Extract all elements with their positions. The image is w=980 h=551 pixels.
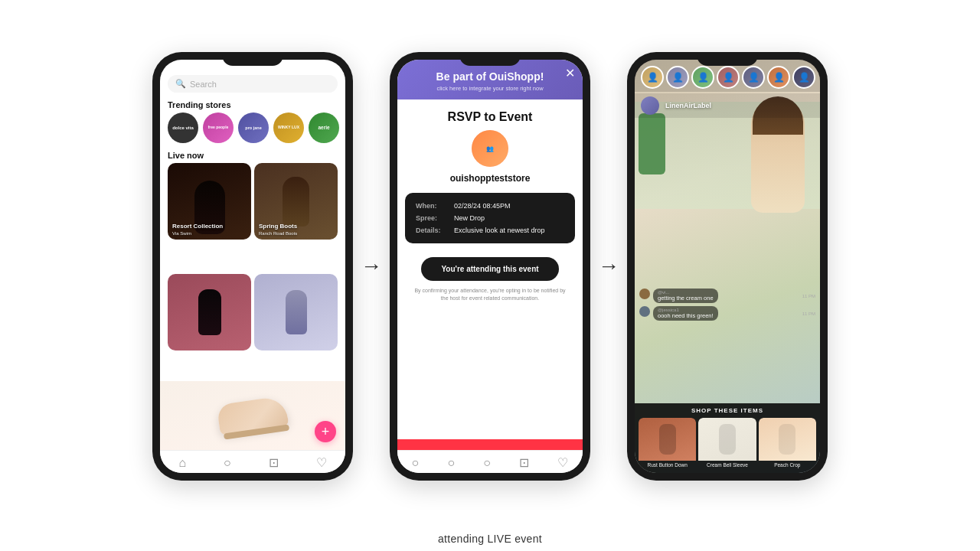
comment-bubble-2: @jessica1 oooh need this green!	[653, 306, 718, 321]
comment-area: @vi... getting the cream one 11 PM @jess…	[635, 289, 820, 324]
live-card-dress[interactable]	[168, 274, 251, 350]
store-label-aerie: aerie	[318, 125, 329, 130]
nav-cart-icon-2[interactable]: ⊡	[519, 455, 529, 470]
comment-2: @jessica1 oooh need this green! 11 PM	[639, 306, 815, 321]
comment-1-time: 11 PM	[802, 294, 815, 298]
comment-1: @vi... getting the cream one 11 PM	[639, 289, 815, 303]
when-label: When:	[416, 202, 448, 210]
scene: 🔍 Search Trending stores dolce vita free…	[0, 6, 980, 527]
search-bar[interactable]: 🔍 Search	[168, 75, 338, 93]
phone-notch-3	[697, 52, 758, 66]
phone-3: 👤 👤 👤 👤 👤 👤 👤 LinenAirLabel	[627, 52, 828, 481]
arrow-2: →	[598, 254, 619, 279]
attend-note: By confirming your attendance, you're op…	[405, 287, 575, 302]
store-free-people[interactable]: free people	[203, 112, 234, 143]
live-card-workout[interactable]	[254, 274, 338, 350]
store-avatar: 👥	[472, 130, 508, 167]
details-row: Details: Exclusive look at newest drop	[416, 227, 564, 234]
host-bar: LinenAirLabel	[635, 93, 820, 118]
spree-value: New Drop	[454, 214, 485, 222]
store-label-dolce: dolce vita	[172, 126, 194, 131]
bottom-nav-2: ○ ○ ○ ⊡ ♡	[397, 450, 583, 473]
spree-row: Spree: New Drop	[416, 214, 564, 222]
shop-item-3[interactable]: Peach Crop	[759, 418, 816, 469]
nav-cart-icon[interactable]: ⊡	[269, 455, 279, 470]
attend-button[interactable]: You're attending this event	[421, 257, 559, 281]
commenter-2-text: oooh need this green!	[658, 312, 714, 319]
phone-notch-1	[222, 52, 283, 66]
banner-title: Be part of OuiShopp!	[407, 70, 573, 83]
host-name: LinenAirLabel	[665, 102, 711, 109]
viewer-6: 👤	[767, 66, 790, 89]
nav-home-icon[interactable]: ⌂	[178, 456, 186, 470]
shop-item-2[interactable]: Cream Bell Sleeve	[698, 418, 756, 469]
shop-grid: Rust Button Down Cream Bell Sleeve Peach…	[635, 418, 820, 473]
scene-caption: attending LIVE event	[438, 533, 542, 545]
event-details: When: 02/28/24 08:45PM Spree: New Drop D…	[405, 193, 575, 243]
rsvp-area: RSVP to Event 👥 ouishoppteststore When: …	[397, 99, 583, 302]
shop-item-1-label: Rust Button Down	[639, 461, 696, 469]
card-label-boots: Spring Boots Ranch Road Boots	[259, 223, 297, 236]
nav-bell-icon-2[interactable]: ○	[483, 456, 491, 470]
nav-profile-icon[interactable]: ♡	[316, 455, 327, 470]
close-icon[interactable]: ✕	[565, 66, 575, 80]
store-winky[interactable]: WINKY LUX	[273, 112, 304, 143]
comment-bubble-1: @vi... getting the cream one	[653, 289, 718, 303]
phone-2: ✕ Be part of OuiShopp! click here to int…	[390, 52, 590, 481]
nav-search-icon[interactable]: ○	[224, 456, 231, 470]
rsvp-title: RSVP to Event	[448, 110, 533, 124]
commenter-1-text: getting the cream one	[658, 295, 714, 302]
phone-notch-2	[459, 52, 521, 66]
store-name: ouishoppteststore	[450, 173, 531, 184]
when-row: When: 02/28/24 08:45PM	[416, 202, 564, 210]
nav-search-icon-2[interactable]: ○	[447, 456, 455, 470]
live-card-resort[interactable]: Resort Collection Via Swim	[168, 163, 251, 240]
fab-button[interactable]: +	[315, 421, 336, 442]
search-placeholder: Search	[190, 80, 217, 89]
details-label: Details:	[416, 227, 448, 234]
phone-screen-2: ✕ Be part of OuiShopp! click here to int…	[397, 60, 583, 473]
sneaker	[217, 396, 289, 435]
trending-title: Trending stores	[160, 97, 345, 112]
viewer-4: 👤	[717, 66, 740, 89]
phone-screen-1: 🔍 Search Trending stores dolce vita free…	[160, 60, 345, 473]
live-card-boots[interactable]: Spring Boots Ranch Road Boots	[254, 163, 338, 240]
when-value: 02/28/24 08:45PM	[454, 202, 511, 210]
phone-1: 🔍 Search Trending stores dolce vita free…	[152, 52, 353, 481]
live-title: Live now	[160, 148, 345, 163]
shop-header: SHOP THESE ITEMS	[635, 403, 820, 418]
bottom-nav-1: ⌂ ○ ⊡ ♡	[160, 450, 345, 473]
details-value: Exclusive look at newest drop	[454, 227, 545, 234]
store-aerie[interactable]: aerie	[309, 112, 339, 143]
spree-label: Spree:	[416, 214, 448, 222]
viewer-5: 👤	[742, 66, 765, 89]
nav-home-icon-2[interactable]: ○	[412, 456, 420, 470]
shop-overlay: SHOP THESE ITEMS Rust Button Down Cream …	[635, 403, 820, 473]
host-avatar	[641, 96, 659, 115]
arrow-1: →	[361, 254, 382, 279]
viewer-1: 👤	[641, 66, 664, 89]
viewer-7: 👤	[792, 66, 815, 89]
store-label-projane: pro jane	[245, 126, 261, 130]
sneaker-area	[160, 381, 345, 450]
viewer-3: 👤	[691, 66, 714, 89]
store-label-winky: WINKY LUX	[278, 126, 299, 130]
shop-item-3-label: Peach Crop	[759, 461, 816, 469]
viewer-2: 👤	[666, 66, 689, 89]
banner-subtitle: click here to integrate your store right…	[407, 85, 573, 92]
search-icon: 🔍	[175, 79, 186, 89]
store-circles: dolce vita free people pro jane WINKY LU…	[160, 112, 345, 148]
store-dolce-vita[interactable]: dolce vita	[168, 112, 198, 143]
card-label-resort: Resort Collection Via Swim	[172, 223, 223, 236]
phone-screen-3: 👤 👤 👤 👤 👤 👤 👤 LinenAirLabel	[635, 60, 820, 473]
store-projane[interactable]: pro jane	[238, 112, 269, 143]
store-label-free: free people	[208, 126, 229, 130]
nav-profile-icon-2[interactable]: ♡	[557, 455, 568, 470]
shop-item-2-label: Cream Bell Sleeve	[698, 461, 756, 469]
live-grid: Resort Collection Via Swim Spring Boots …	[160, 163, 345, 381]
comment-2-time: 11 PM	[802, 311, 815, 316]
shop-item-1[interactable]: Rust Button Down	[639, 418, 696, 469]
